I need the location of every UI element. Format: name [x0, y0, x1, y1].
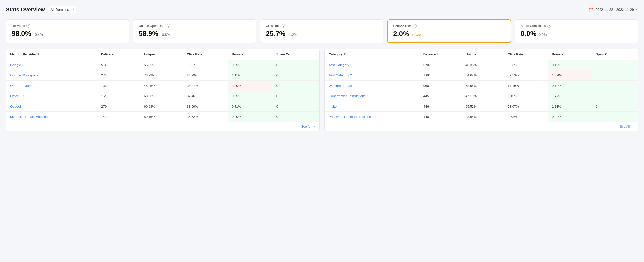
mailbox-table-delivered-4: 279 [97, 101, 140, 112]
mailbox-table-click-2: 34.37% [183, 80, 228, 91]
mailbox-table-unique-5: 59.15% [140, 112, 182, 122]
mailbox-table-row-1-name[interactable]: Google Workspace [6, 70, 97, 80]
card-label-click_rate: Click Rate ? [266, 24, 378, 28]
mailbox-table-delivered-2: 1.6K [97, 80, 140, 91]
category-table-col-5: Spam Co... [592, 49, 638, 60]
mailbox-table-link-2[interactable]: Other Providers [10, 84, 34, 88]
category-table-unique-5: 43.64% [462, 112, 504, 122]
category-table: Category?DeliveredUnique ...Click RateBo… [325, 49, 638, 122]
table-row: Office 3651.2K63.93%37.46%0.65%0 [6, 91, 319, 101]
table-row: Test Category 15.9K48.35%8.63%0.10%0 [325, 60, 638, 70]
mailbox-table-link-4[interactable]: Outlook [10, 104, 22, 108]
calendar-icon: 📅 [589, 8, 594, 12]
table-row: Confirmation Instructions44547.19%3.15%1… [325, 91, 638, 101]
summary-cards: Delivered ? 98.0% -0.4% Unique Open Rate… [6, 19, 638, 43]
mailbox-table-bounce-2: 8.30% [228, 80, 272, 91]
mailbox-table-click-4: 33.69% [183, 101, 228, 112]
category-table-row-2-name[interactable]: Welcome Email [325, 80, 419, 91]
category-table-bounce-0: 0.10% [548, 60, 592, 70]
mailbox-table-delivered-1: 2.2K [97, 70, 140, 80]
table-row: Google Workspace2.2K73.23%24.79%1.11%0 [6, 70, 319, 80]
category-table-delivered-1: 1.6K [419, 70, 462, 80]
card-value-row-spam_complaints: 0.0% 0.0% [521, 30, 632, 38]
category-table-link-1[interactable]: Test Category 2 [329, 74, 352, 77]
mailbox-table-link-5[interactable]: Mimecast Email Protection [10, 115, 50, 119]
table-row: Invite44695.52%58.07%1.11%0 [325, 101, 638, 112]
category-table-row-5-name[interactable]: Password Reset Instructions [325, 112, 419, 122]
category-table-bounce-5: 0.90% [548, 112, 592, 122]
mailbox-table-unique-4: 60.93% [140, 101, 182, 112]
category-table-delivered-5: 440 [419, 112, 462, 122]
help-icon-spam_complaints[interactable]: ? [547, 24, 551, 28]
mailbox-table-link-0[interactable]: Google [10, 63, 21, 67]
category-table-link-5[interactable]: Password Reset Instructions [329, 115, 371, 119]
category-table-row-1-name[interactable]: Test Category 2 [325, 70, 419, 80]
category-table-spam-2: 0 [592, 80, 638, 91]
category-table-col-4: Bounce ... [548, 49, 592, 60]
mailbox-table-delivered-5: 142 [97, 112, 140, 122]
mailbox-table-spam-5: 0 [272, 112, 319, 122]
category-table-col-2: Unique ... [462, 49, 504, 60]
summary-card-delivered: Delivered ? 98.0% -0.4% [6, 19, 129, 43]
table-row: Test Category 21.6K84.62%82.53%10.90%0 [325, 70, 638, 80]
mailbox-table-unique-0: 55.32% [140, 60, 182, 70]
category-table-header-help-icon[interactable]: ? [344, 52, 346, 56]
mailbox-table-col-2: Unique ... [140, 49, 182, 60]
mailbox-table-col-4: Bounce ... [228, 49, 272, 60]
card-label-spam_complaints: Spam Complaints ? [521, 24, 632, 28]
card-value-delivered: 98.0% [12, 30, 31, 38]
category-see-all-link[interactable]: See All → [620, 124, 634, 128]
mailbox-table-bounce-3: 0.65% [228, 91, 272, 101]
mailbox-table-row-3-name[interactable]: Office 365 [6, 91, 97, 101]
mailbox-table-row-4-name[interactable]: Outlook [6, 101, 97, 112]
category-table-bounce-3: 1.77% [548, 91, 592, 101]
category-table-unique-2: 68.96% [462, 80, 504, 91]
card-delta-delivered: -0.4% [34, 33, 43, 36]
card-delta-click_rate: -1.2% [288, 33, 297, 36]
help-icon-unique_open_rate[interactable]: ? [166, 24, 170, 28]
help-icon-delivered[interactable]: ? [26, 24, 30, 28]
category-table-spam-1: 0 [592, 70, 638, 80]
category-table-click-5: 2.73% [504, 112, 548, 122]
table-row: Other Providers1.6K45.25%34.37%8.30%0 [6, 80, 319, 91]
category-table-link-2[interactable]: Welcome Email [329, 84, 352, 88]
tables-section: Mailbox Provider?DeliveredUnique ...Clic… [6, 49, 638, 131]
table-row: Welcome Email96068.96%17.19%0.10%0 [325, 80, 638, 91]
help-icon-click_rate[interactable]: ? [282, 24, 286, 28]
summary-card-spam_complaints: Spam Complaints ? 0.0% 0.0% [515, 19, 638, 43]
category-table-click-1: 82.53% [504, 70, 548, 80]
category-table-link-0[interactable]: Test Category 1 [329, 63, 352, 67]
card-delta-bounce_rate: +0.4% [412, 33, 421, 37]
category-table-bounce-4: 1.11% [548, 101, 592, 112]
card-value-spam_complaints: 0.0% [521, 30, 536, 38]
card-value-row-bounce_rate: 2.0% +0.4% [393, 30, 505, 38]
mailbox-table-row-2-name[interactable]: Other Providers [6, 80, 97, 91]
mailbox-table-col-1: Delivered [97, 49, 140, 60]
page-title: Stats Overview [6, 6, 45, 13]
category-table-row-3-name[interactable]: Confirmation Instructions [325, 91, 419, 101]
domain-select[interactable]: All Domains [48, 6, 76, 13]
category-table-link-3[interactable]: Confirmation Instructions [329, 94, 366, 98]
help-icon-bounce_rate[interactable]: ? [413, 24, 417, 28]
mailbox-table-link-3[interactable]: Office 365 [10, 94, 25, 98]
category-table-row-0-name[interactable]: Test Category 1 [325, 60, 419, 70]
mailbox-provider-panel: Mailbox Provider?DeliveredUnique ...Clic… [6, 49, 320, 131]
category-table-col-0: Category? [325, 49, 419, 60]
mailbox-table: Mailbox Provider?DeliveredUnique ...Clic… [6, 49, 319, 122]
mailbox-table-header-help-icon[interactable]: ? [37, 52, 39, 56]
mailbox-table-unique-3: 63.93% [140, 91, 182, 101]
category-table-col-3: Click Rate [504, 49, 548, 60]
category-table-unique-4: 95.52% [462, 101, 504, 112]
mailbox-table-click-5: 36.62% [183, 112, 228, 122]
mailbox-table-row-0-name[interactable]: Google [6, 60, 97, 70]
category-table-row-4-name[interactable]: Invite [325, 101, 419, 112]
category-table-link-4[interactable]: Invite [329, 104, 336, 108]
mailbox-see-all-link[interactable]: See All → [301, 124, 315, 128]
mailbox-table-link-1[interactable]: Google Workspace [10, 74, 38, 77]
category-table-bounce-1: 10.90% [548, 70, 592, 80]
mailbox-table-row-5-name[interactable]: Mimecast Email Protection [6, 112, 97, 122]
mailbox-table-click-3: 37.46% [183, 91, 228, 101]
category-table-unique-0: 48.35% [462, 60, 504, 70]
date-range-picker[interactable]: 📅 2022-11-22 - 2022-11-29 ▼ [589, 8, 638, 12]
category-panel: Category?DeliveredUnique ...Click RateBo… [324, 49, 638, 131]
